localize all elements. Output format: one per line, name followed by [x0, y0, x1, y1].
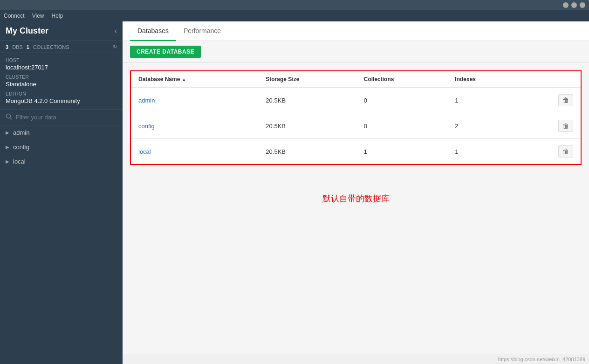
- collections-label: COLLECTIONS: [33, 44, 69, 50]
- filter-input[interactable]: [16, 114, 117, 121]
- sidebar-item-label: local: [13, 158, 26, 165]
- title-bar-controls: [563, 2, 585, 8]
- dbs-count: 3: [6, 44, 8, 50]
- title-bar: [0, 0, 589, 10]
- db-name-link[interactable]: admin: [138, 97, 155, 104]
- tab-databases[interactable]: Databases: [130, 21, 176, 41]
- edition-label: EDITION: [6, 91, 117, 96]
- tab-performance[interactable]: Performance: [176, 21, 228, 41]
- maximize-btn[interactable]: [571, 2, 577, 8]
- col-actions: [520, 71, 581, 88]
- db-storage-cell: 20.5KB: [258, 113, 356, 139]
- db-storage-cell: 20.5KB: [258, 139, 356, 165]
- edition-info: EDITION MongoDB 4.2.0 Community: [6, 91, 117, 104]
- sidebar-item-label: admin: [13, 129, 29, 136]
- col-header-label: Storage Size: [266, 76, 299, 82]
- svg-point-0: [7, 114, 11, 118]
- db-name-cell: local: [130, 139, 258, 165]
- minimize-btn[interactable]: [563, 2, 568, 8]
- db-name-cell: admin: [130, 88, 258, 113]
- db-name-link[interactable]: config: [138, 123, 155, 130]
- databases-table: Database Name ▲ Storage Size Collections…: [130, 70, 582, 165]
- refresh-icon[interactable]: ↻: [113, 44, 117, 50]
- db-indexes-cell: 1: [447, 139, 520, 165]
- table-header-row: Database Name ▲ Storage Size Collections…: [130, 71, 581, 88]
- search-icon: [6, 113, 12, 121]
- col-database-name[interactable]: Database Name ▲: [130, 71, 258, 88]
- table-row: admin 20.5KB 0 1 🗑: [130, 88, 581, 113]
- bottom-bar: https://blog.csdn.net/weixin_42081389: [123, 354, 589, 364]
- delete-db-button[interactable]: 🗑: [558, 94, 573, 106]
- collections-count: 1: [27, 44, 29, 50]
- sidebar-item-admin[interactable]: ▶ admin: [0, 125, 123, 140]
- cluster-info: CLUSTER Standalone: [6, 75, 117, 88]
- col-storage-size: Storage Size: [258, 71, 356, 88]
- menu-view[interactable]: View: [32, 13, 44, 19]
- table-container: Database Name ▲ Storage Size Collections…: [123, 63, 589, 354]
- db-actions-cell: 🗑: [520, 113, 581, 139]
- chevron-right-icon: ▶: [6, 144, 9, 150]
- sidebar-item-config[interactable]: ▶ config: [0, 140, 123, 154]
- chevron-right-icon: ▶: [6, 130, 9, 135]
- main-content: Databases Performance CREATE DATABASE Da…: [123, 21, 589, 364]
- col-header-label: Indexes: [455, 76, 476, 82]
- sidebar-dbs-row: 3 DBS 1 COLLECTIONS ↻: [0, 41, 123, 53]
- menu-help[interactable]: Help: [52, 13, 63, 19]
- cluster-label: CLUSTER: [6, 75, 117, 80]
- host-label: HOST: [6, 58, 117, 63]
- close-btn[interactable]: [580, 2, 585, 8]
- db-indexes-cell: 1: [447, 88, 520, 113]
- app-body: My Cluster ‹ 3 DBS 1 COLLECTIONS ↻ HOST …: [0, 21, 589, 364]
- sidebar-collapse-btn[interactable]: ‹: [115, 27, 117, 35]
- table-row: local 20.5KB 1 1 🗑: [130, 139, 581, 165]
- sidebar-header: My Cluster ‹: [0, 21, 123, 41]
- col-indexes: Indexes: [447, 71, 520, 88]
- sidebar: My Cluster ‹ 3 DBS 1 COLLECTIONS ↻ HOST …: [0, 21, 123, 364]
- db-actions-cell: 🗑: [520, 88, 581, 113]
- delete-db-button[interactable]: 🗑: [558, 120, 573, 132]
- col-header-label: Database Name: [138, 76, 180, 82]
- create-database-button[interactable]: CREATE DATABASE: [130, 46, 201, 58]
- sidebar-search: [0, 110, 123, 125]
- delete-db-button[interactable]: 🗑: [558, 145, 573, 158]
- sidebar-info: HOST localhost:27017 CLUSTER Standalone …: [0, 53, 123, 110]
- annotation-text: 默认自带的数据库: [130, 193, 582, 204]
- menu-connect[interactable]: Connect: [4, 13, 25, 19]
- cluster-value: Standalone: [6, 81, 117, 88]
- db-collections-cell: 0: [356, 113, 448, 139]
- bottom-url: https://blog.csdn.net/weixin_42081389: [498, 357, 585, 362]
- db-collections-cell: 1: [356, 139, 448, 165]
- sort-icon: ▲: [182, 77, 186, 82]
- db-indexes-cell: 2: [447, 113, 520, 139]
- sidebar-item-local[interactable]: ▶ local: [0, 154, 123, 169]
- host-info: HOST localhost:27017: [6, 58, 117, 71]
- menu-bar: Connect View Help: [0, 10, 589, 21]
- cluster-name: My Cluster: [6, 26, 48, 36]
- table-row: config 20.5KB 0 2 🗑: [130, 113, 581, 139]
- db-actions-cell: 🗑: [520, 139, 581, 165]
- host-value: localhost:27017: [6, 64, 117, 71]
- db-name-cell: config: [130, 113, 258, 139]
- db-collections-cell: 0: [356, 88, 448, 113]
- edition-value: MongoDB 4.2.0 Community: [6, 97, 117, 104]
- dbs-label: DBS: [12, 44, 23, 50]
- tabs-bar: Databases Performance: [123, 21, 589, 41]
- svg-line-1: [10, 118, 12, 120]
- chevron-right-icon: ▶: [6, 159, 9, 164]
- db-name-link[interactable]: local: [138, 148, 151, 155]
- db-storage-cell: 20.5KB: [258, 88, 356, 113]
- sidebar-nav: ▶ admin ▶ config ▶ local: [0, 125, 123, 364]
- col-header-label: Collections: [364, 76, 394, 82]
- sidebar-item-label: config: [13, 144, 29, 151]
- toolbar: CREATE DATABASE: [123, 41, 589, 63]
- col-collections: Collections: [356, 71, 448, 88]
